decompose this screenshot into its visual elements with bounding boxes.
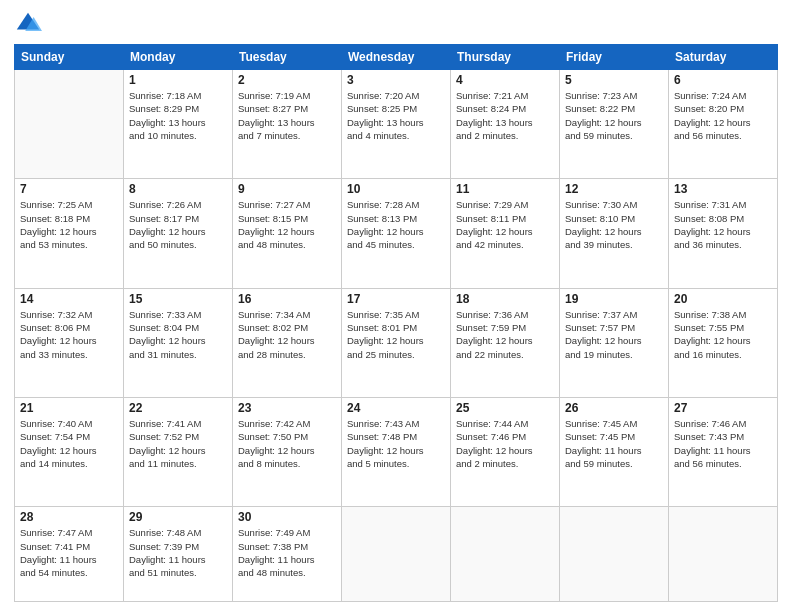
day-info: Sunrise: 7:23 AM Sunset: 8:22 PM Dayligh… [565,89,663,142]
day-number: 30 [238,510,336,524]
table-row [451,507,560,602]
table-row: 18Sunrise: 7:36 AM Sunset: 7:59 PM Dayli… [451,288,560,397]
day-number: 20 [674,292,772,306]
day-number: 14 [20,292,118,306]
day-number: 9 [238,182,336,196]
table-row: 8Sunrise: 7:26 AM Sunset: 8:17 PM Daylig… [124,179,233,288]
day-number: 27 [674,401,772,415]
table-row: 23Sunrise: 7:42 AM Sunset: 7:50 PM Dayli… [233,397,342,506]
day-info: Sunrise: 7:44 AM Sunset: 7:46 PM Dayligh… [456,417,554,470]
day-number: 13 [674,182,772,196]
day-number: 28 [20,510,118,524]
day-info: Sunrise: 7:34 AM Sunset: 8:02 PM Dayligh… [238,308,336,361]
table-row: 4Sunrise: 7:21 AM Sunset: 8:24 PM Daylig… [451,70,560,179]
day-number: 8 [129,182,227,196]
day-info: Sunrise: 7:35 AM Sunset: 8:01 PM Dayligh… [347,308,445,361]
day-info: Sunrise: 7:32 AM Sunset: 8:06 PM Dayligh… [20,308,118,361]
page-header [14,10,778,38]
table-row: 27Sunrise: 7:46 AM Sunset: 7:43 PM Dayli… [669,397,778,506]
table-row: 16Sunrise: 7:34 AM Sunset: 8:02 PM Dayli… [233,288,342,397]
day-info: Sunrise: 7:40 AM Sunset: 7:54 PM Dayligh… [20,417,118,470]
col-friday: Friday [560,45,669,70]
day-info: Sunrise: 7:18 AM Sunset: 8:29 PM Dayligh… [129,89,227,142]
table-row: 6Sunrise: 7:24 AM Sunset: 8:20 PM Daylig… [669,70,778,179]
table-row: 22Sunrise: 7:41 AM Sunset: 7:52 PM Dayli… [124,397,233,506]
col-wednesday: Wednesday [342,45,451,70]
day-number: 15 [129,292,227,306]
day-number: 19 [565,292,663,306]
day-number: 23 [238,401,336,415]
day-number: 6 [674,73,772,87]
table-row: 7Sunrise: 7:25 AM Sunset: 8:18 PM Daylig… [15,179,124,288]
day-info: Sunrise: 7:33 AM Sunset: 8:04 PM Dayligh… [129,308,227,361]
day-number: 24 [347,401,445,415]
table-row [560,507,669,602]
table-row: 5Sunrise: 7:23 AM Sunset: 8:22 PM Daylig… [560,70,669,179]
table-row: 28Sunrise: 7:47 AM Sunset: 7:41 PM Dayli… [15,507,124,602]
table-row: 30Sunrise: 7:49 AM Sunset: 7:38 PM Dayli… [233,507,342,602]
table-row [342,507,451,602]
day-info: Sunrise: 7:49 AM Sunset: 7:38 PM Dayligh… [238,526,336,579]
day-info: Sunrise: 7:21 AM Sunset: 8:24 PM Dayligh… [456,89,554,142]
table-row [669,507,778,602]
day-number: 10 [347,182,445,196]
day-info: Sunrise: 7:46 AM Sunset: 7:43 PM Dayligh… [674,417,772,470]
table-row: 1Sunrise: 7:18 AM Sunset: 8:29 PM Daylig… [124,70,233,179]
table-row: 24Sunrise: 7:43 AM Sunset: 7:48 PM Dayli… [342,397,451,506]
day-number: 4 [456,73,554,87]
table-row: 11Sunrise: 7:29 AM Sunset: 8:11 PM Dayli… [451,179,560,288]
table-row: 2Sunrise: 7:19 AM Sunset: 8:27 PM Daylig… [233,70,342,179]
day-number: 12 [565,182,663,196]
calendar-header-row: Sunday Monday Tuesday Wednesday Thursday… [15,45,778,70]
day-info: Sunrise: 7:27 AM Sunset: 8:15 PM Dayligh… [238,198,336,251]
day-number: 26 [565,401,663,415]
day-number: 5 [565,73,663,87]
table-row [15,70,124,179]
day-info: Sunrise: 7:43 AM Sunset: 7:48 PM Dayligh… [347,417,445,470]
day-info: Sunrise: 7:31 AM Sunset: 8:08 PM Dayligh… [674,198,772,251]
table-row: 26Sunrise: 7:45 AM Sunset: 7:45 PM Dayli… [560,397,669,506]
day-info: Sunrise: 7:19 AM Sunset: 8:27 PM Dayligh… [238,89,336,142]
table-row: 14Sunrise: 7:32 AM Sunset: 8:06 PM Dayli… [15,288,124,397]
day-number: 29 [129,510,227,524]
day-info: Sunrise: 7:42 AM Sunset: 7:50 PM Dayligh… [238,417,336,470]
day-info: Sunrise: 7:30 AM Sunset: 8:10 PM Dayligh… [565,198,663,251]
logo [14,10,46,38]
logo-icon [14,10,42,38]
day-info: Sunrise: 7:29 AM Sunset: 8:11 PM Dayligh… [456,198,554,251]
day-info: Sunrise: 7:37 AM Sunset: 7:57 PM Dayligh… [565,308,663,361]
day-number: 21 [20,401,118,415]
day-info: Sunrise: 7:48 AM Sunset: 7:39 PM Dayligh… [129,526,227,579]
day-info: Sunrise: 7:36 AM Sunset: 7:59 PM Dayligh… [456,308,554,361]
table-row: 21Sunrise: 7:40 AM Sunset: 7:54 PM Dayli… [15,397,124,506]
day-number: 17 [347,292,445,306]
day-number: 18 [456,292,554,306]
table-row: 29Sunrise: 7:48 AM Sunset: 7:39 PM Dayli… [124,507,233,602]
day-info: Sunrise: 7:28 AM Sunset: 8:13 PM Dayligh… [347,198,445,251]
table-row: 9Sunrise: 7:27 AM Sunset: 8:15 PM Daylig… [233,179,342,288]
day-number: 16 [238,292,336,306]
day-info: Sunrise: 7:25 AM Sunset: 8:18 PM Dayligh… [20,198,118,251]
col-thursday: Thursday [451,45,560,70]
day-info: Sunrise: 7:41 AM Sunset: 7:52 PM Dayligh… [129,417,227,470]
day-number: 2 [238,73,336,87]
col-sunday: Sunday [15,45,124,70]
day-number: 11 [456,182,554,196]
day-info: Sunrise: 7:20 AM Sunset: 8:25 PM Dayligh… [347,89,445,142]
table-row: 20Sunrise: 7:38 AM Sunset: 7:55 PM Dayli… [669,288,778,397]
table-row: 10Sunrise: 7:28 AM Sunset: 8:13 PM Dayli… [342,179,451,288]
day-number: 1 [129,73,227,87]
day-info: Sunrise: 7:47 AM Sunset: 7:41 PM Dayligh… [20,526,118,579]
calendar-table: Sunday Monday Tuesday Wednesday Thursday… [14,44,778,602]
day-number: 22 [129,401,227,415]
day-info: Sunrise: 7:24 AM Sunset: 8:20 PM Dayligh… [674,89,772,142]
table-row: 19Sunrise: 7:37 AM Sunset: 7:57 PM Dayli… [560,288,669,397]
day-info: Sunrise: 7:45 AM Sunset: 7:45 PM Dayligh… [565,417,663,470]
table-row: 25Sunrise: 7:44 AM Sunset: 7:46 PM Dayli… [451,397,560,506]
col-tuesday: Tuesday [233,45,342,70]
col-saturday: Saturday [669,45,778,70]
table-row: 15Sunrise: 7:33 AM Sunset: 8:04 PM Dayli… [124,288,233,397]
table-row: 3Sunrise: 7:20 AM Sunset: 8:25 PM Daylig… [342,70,451,179]
day-info: Sunrise: 7:26 AM Sunset: 8:17 PM Dayligh… [129,198,227,251]
day-number: 25 [456,401,554,415]
